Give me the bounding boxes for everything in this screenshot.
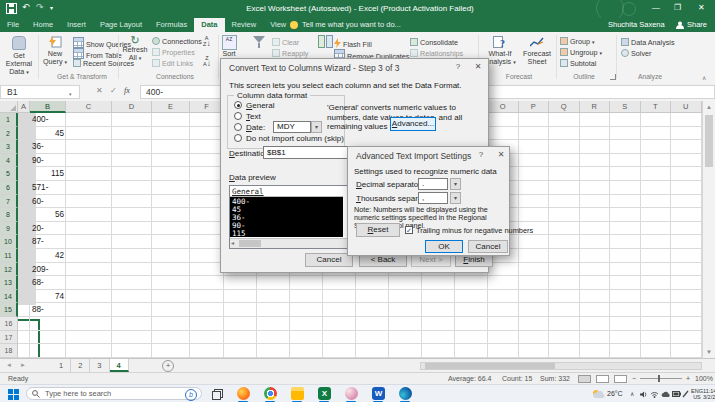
zoom-slider[interactable] [640, 378, 682, 379]
battery-icon[interactable] [672, 391, 681, 397]
row-header-8[interactable]: 8 [0, 208, 18, 222]
advanced-ok-button[interactable]: OK [425, 240, 463, 253]
vertical-scrollbar[interactable]: ▲ ▼ [702, 101, 715, 358]
row-header-13[interactable]: 13 [0, 276, 18, 290]
column-header-D[interactable]: D [112, 101, 152, 113]
row-header-7[interactable]: 7 [0, 195, 18, 209]
onedrive-icon[interactable] [661, 391, 670, 397]
column-header-S[interactable]: S [610, 101, 641, 113]
scroll-up-icon[interactable]: ▲ [703, 101, 715, 113]
column-header-P[interactable]: P [519, 101, 550, 113]
cancel-entry-icon[interactable]: ✕ [96, 86, 103, 95]
preview-scroll-thumb[interactable] [239, 240, 261, 247]
row-header-2[interactable]: 2 [0, 127, 18, 141]
sheet-tab-2[interactable]: 2 [71, 359, 90, 372]
radio-skip-label[interactable]: Do not import column (skip) [246, 134, 344, 143]
column-header-E[interactable]: E [152, 101, 190, 113]
tray-chevron-icon[interactable]: ∧ [630, 385, 634, 402]
task-view-icon[interactable] [212, 389, 223, 400]
menu-tab-insert[interactable]: Insert [60, 18, 93, 32]
language-indicator[interactable]: ENGUS [691, 388, 703, 402]
column-header-R[interactable]: R [580, 101, 611, 113]
column-header-T[interactable]: T [641, 101, 672, 113]
advanced-cancel-button[interactable]: Cancel [468, 240, 508, 253]
horizontal-scroll-thumb[interactable] [425, 363, 555, 369]
view-normal-button[interactable] [578, 375, 591, 383]
zoom-out-icon[interactable]: − [632, 375, 636, 382]
redo-icon[interactable]: ↷ [36, 2, 44, 12]
sort-descending-button[interactable]: ZA↓ [203, 56, 211, 66]
cell-B11[interactable]: 42 [30, 249, 66, 263]
name-box[interactable]: B1▾ [0, 85, 80, 99]
advanced-help-icon[interactable]: ? [474, 150, 488, 159]
sheet-nav-right-icon[interactable]: ► [20, 362, 26, 368]
close-button[interactable]: ✕ [698, 3, 705, 12]
wizard-close-icon[interactable]: ✕ [471, 62, 485, 71]
wizard-help-icon[interactable]: ? [451, 62, 465, 71]
new-query-button[interactable]: NewQuery ▾ [40, 36, 70, 66]
menu-tab-data[interactable]: Data [194, 18, 224, 32]
enter-entry-icon[interactable]: ✓ [110, 86, 117, 95]
undo-icon[interactable]: ↶ [22, 2, 30, 12]
flash-fill-button[interactable]: Flash Fill [334, 38, 372, 48]
edge-taskbar-icon[interactable] [399, 387, 412, 400]
menu-tab-view[interactable]: View [263, 18, 293, 32]
consolidate-button[interactable]: Consolidate [410, 38, 458, 48]
taskbar-search-input[interactable]: Type here to search b [26, 387, 202, 400]
row-header-11[interactable]: 11 [0, 249, 18, 263]
zoom-level[interactable]: 100% [695, 375, 713, 382]
quick-access-caret-icon[interactable]: ▾ [50, 4, 53, 11]
network-icon[interactable] [650, 391, 659, 398]
row-header-9[interactable]: 9 [0, 222, 18, 236]
horizontal-scrollbar[interactable] [420, 362, 702, 370]
paint-taskbar-icon[interactable] [345, 387, 358, 400]
data-analysis-button[interactable]: Data Analysis [621, 38, 675, 48]
row-header-18[interactable]: 18 [0, 344, 18, 358]
word-taskbar-icon[interactable]: W [372, 387, 385, 400]
sheet-nav-left-icon[interactable]: ◄ [6, 362, 12, 368]
radio-skip[interactable] [234, 134, 242, 142]
group-button[interactable]: Group ▾ [560, 37, 595, 47]
sort-button[interactable]: AZSort [216, 35, 242, 58]
from-table-button[interactable]: From Table [73, 48, 122, 58]
menu-tab-review[interactable]: Review [225, 18, 264, 32]
properties-button[interactable]: Properties [152, 48, 195, 58]
save-icon[interactable] [6, 3, 17, 14]
cell-B13[interactable]: 68- [30, 276, 66, 290]
solver-button[interactable]: Solver [621, 49, 651, 59]
radio-date[interactable] [234, 123, 242, 131]
column-header-U[interactable]: U [671, 101, 702, 113]
radio-date-label[interactable]: Date: [246, 123, 265, 132]
cell-B4[interactable]: 90- [30, 154, 66, 168]
clock[interactable]: 11:14 AM3/2/2023 [703, 388, 713, 402]
preview-scroll-left-icon[interactable]: ◂ [231, 239, 234, 248]
weather-icon[interactable] [592, 389, 605, 399]
radio-general-label[interactable]: General [246, 101, 274, 110]
view-page-break-button[interactable] [614, 375, 627, 383]
view-page-layout-button[interactable] [596, 375, 609, 383]
excel-taskbar-icon[interactable]: X [318, 387, 331, 400]
row-header-1[interactable]: 1 [0, 113, 18, 127]
cell-B8[interactable]: 56 [30, 208, 66, 222]
temperature[interactable]: 26°C [607, 385, 623, 402]
name-box-dropdown-icon[interactable]: ▾ [69, 88, 72, 100]
cell-B6[interactable]: 571- [30, 181, 66, 195]
row-header-17[interactable]: 17 [0, 331, 18, 345]
vertical-scroll-thumb[interactable] [705, 115, 713, 167]
connections-button[interactable]: Connections [152, 37, 202, 47]
thousands-separator-input[interactable]: , [418, 192, 448, 204]
start-button[interactable] [8, 389, 19, 400]
decimal-separator-dropdown-icon[interactable]: ▾ [450, 178, 461, 190]
row-header-14[interactable]: 14 [0, 290, 18, 304]
column-header-O[interactable]: O [488, 101, 519, 113]
cell-B2[interactable]: 45 [30, 127, 66, 141]
menu-tab-home[interactable]: Home [26, 18, 60, 32]
menu-tab-page-layout[interactable]: Page Layout [93, 18, 149, 32]
cell-B12[interactable]: 209- [30, 263, 66, 277]
cell-B5[interactable]: 115 [30, 167, 66, 181]
select-all-corner[interactable] [0, 101, 18, 113]
cell-B3[interactable]: 36- [30, 140, 66, 154]
radio-general[interactable] [234, 101, 242, 109]
trailing-minus-checkbox[interactable]: ✓ [405, 226, 413, 234]
new-sheet-icon[interactable]: + [162, 360, 174, 372]
